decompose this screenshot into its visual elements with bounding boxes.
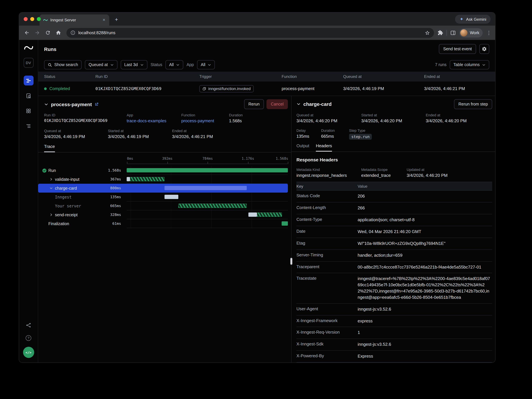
- app-dropdown[interactable]: All: [197, 60, 215, 69]
- header-row: User-Agent inngest-js:v3.52.6: [297, 304, 492, 315]
- reload-button[interactable]: [44, 28, 52, 37]
- trace-step-name: send-receipt: [55, 213, 98, 217]
- time-range-dropdown[interactable]: Last 3d: [120, 60, 147, 69]
- show-search-button[interactable]: Show search: [44, 60, 82, 69]
- status-dropdown[interactable]: All: [165, 60, 183, 69]
- run-detail-tabs: Trace: [38, 143, 291, 153]
- key-column-header: Key: [297, 184, 358, 189]
- runs-waterfall-icon: [26, 78, 31, 83]
- page-header: Runs Send test event: [38, 40, 495, 58]
- close-window-button[interactable]: [24, 17, 28, 21]
- tab-trace[interactable]: Trace: [44, 144, 55, 152]
- bookmark-star-icon[interactable]: [425, 30, 430, 35]
- trace-row-inngest[interactable]: Inngest135ms: [38, 193, 288, 202]
- back-icon: [24, 30, 30, 36]
- column-header[interactable]: Trigger: [199, 74, 282, 79]
- field-label: Queued at: [44, 129, 108, 133]
- table-columns-label: Table columns: [453, 62, 480, 67]
- chevron-right-icon[interactable]: [48, 177, 54, 182]
- url-text[interactable]: localhost:8288/runs: [78, 30, 422, 35]
- headers-table: Key Value Status Code 206: [297, 182, 492, 362]
- trace-row-validate-input[interactable]: validate-input367ms: [38, 175, 288, 184]
- collapse-chevron-icon[interactable]: [297, 102, 301, 106]
- status-filter-label: Status: [151, 62, 162, 67]
- trace-row-finalization[interactable]: Finalization61ms: [38, 219, 288, 228]
- forward-button[interactable]: [33, 28, 42, 37]
- site-info-icon[interactable]: [70, 30, 75, 35]
- column-header[interactable]: Status: [44, 74, 95, 79]
- trace-row-charge-card[interactable]: charge-card800ms: [38, 184, 288, 193]
- table-columns-dropdown[interactable]: Table columns: [450, 60, 489, 69]
- browser-menu-icon[interactable]: ⋮: [486, 30, 492, 36]
- dev-tools-button[interactable]: </>: [23, 347, 34, 358]
- help-icon[interactable]: ?: [26, 335, 31, 341]
- minimize-window-button[interactable]: [30, 17, 34, 21]
- collapse-chevron-icon[interactable]: [44, 102, 48, 106]
- reload-icon: [45, 30, 51, 36]
- header-value: express: [358, 318, 492, 324]
- side-panel-icon[interactable]: [450, 30, 456, 36]
- external-link-icon[interactable]: [95, 102, 99, 106]
- inngest-favicon-icon: [43, 18, 48, 22]
- field-value[interactable]: trace-docs-examples: [127, 118, 181, 123]
- sidebar-item-share[interactable]: [24, 320, 33, 330]
- new-tab-button[interactable]: +: [113, 16, 120, 23]
- sidebar-item-functions[interactable]: [24, 121, 33, 131]
- run-row[interactable]: Completed 01KJXD1TQCZ852GMEX0CQF3D69 inn…: [38, 81, 495, 96]
- address-bar[interactable]: localhost:8288/runs: [66, 28, 434, 38]
- toolbar-divider: [446, 30, 447, 36]
- close-tab-icon[interactable]: ×: [101, 18, 107, 23]
- workspace-avatar[interactable]: DV: [24, 58, 33, 68]
- trace-row-your-server[interactable]: Your server665ms: [38, 202, 288, 210]
- trace-step-duration: 328ms: [98, 213, 121, 217]
- tab[interactable]: Output: [297, 143, 309, 152]
- field: Queued at 3/4/2026, 4:46:20 PM: [297, 111, 361, 127]
- chevron-right-icon[interactable]: [48, 212, 54, 217]
- extensions-icon[interactable]: [437, 30, 443, 36]
- trace-bar-segment-delay: [127, 177, 130, 181]
- cancel-button[interactable]: Cancel: [266, 99, 288, 109]
- field: Started at 3/4/2026, 4:46:20 PM: [361, 111, 426, 127]
- rerun-button[interactable]: Rerun: [244, 99, 264, 109]
- field-value: 3/4/2026, 4:46:20 PM: [297, 118, 361, 123]
- zoom-window-button[interactable]: [37, 17, 41, 21]
- split-drag-handle[interactable]: [290, 258, 292, 265]
- app-sidebar: DV: [19, 40, 38, 362]
- profile-chip[interactable]: Work: [459, 28, 483, 37]
- trace-step-duration: 61ms: [98, 221, 121, 226]
- tab[interactable]: Headers: [316, 143, 332, 152]
- rerun-from-step-button[interactable]: Rerun from step: [454, 99, 492, 109]
- sidebar-item-runs[interactable]: [24, 76, 33, 86]
- header-key: Tracestate: [297, 276, 358, 301]
- sidebar-item-inspector[interactable]: [24, 91, 33, 101]
- queued-at-dropdown[interactable]: Queued at: [85, 60, 117, 69]
- back-button[interactable]: [22, 28, 31, 37]
- settings-button[interactable]: [479, 44, 489, 54]
- field-label: Metadata Kind: [297, 168, 361, 172]
- sidebar-item-apps[interactable]: [24, 106, 33, 116]
- field-value[interactable]: process-payment: [181, 118, 229, 123]
- profile-avatar: [460, 29, 468, 36]
- timeline-tick-mark: [127, 162, 127, 164]
- column-header[interactable]: Queued at: [343, 74, 424, 79]
- column-header[interactable]: Ended at: [424, 74, 495, 79]
- trace-row-run[interactable]: Run1.568s: [38, 166, 288, 175]
- ask-gemini-button[interactable]: Ask Gemini: [455, 15, 491, 24]
- home-button[interactable]: [54, 28, 63, 37]
- header-key: Content-Type: [297, 217, 358, 223]
- header-row: Etag W/"10a-W8k9rUOR+zZG9xQQp8hg7694N1E": [297, 238, 492, 250]
- send-test-event-button[interactable]: Send test event: [439, 44, 476, 54]
- trace-row-send-receipt[interactable]: send-receipt328ms: [38, 210, 288, 219]
- home-icon: [56, 30, 61, 36]
- column-header[interactable]: Run ID: [95, 74, 199, 79]
- show-search-label: Show search: [54, 62, 78, 67]
- column-header[interactable]: Function: [282, 74, 343, 79]
- field: Function process-payment: [181, 111, 229, 127]
- browser-tab[interactable]: Inngest Server ×: [39, 14, 109, 26]
- trigger-badge[interactable]: inngest/function.invoked: [199, 85, 254, 92]
- window-controls: [24, 17, 41, 21]
- run-id-cell: 01KJXD1TQCZ852GMEX0CQF3D69: [95, 86, 199, 91]
- inngest-logo-icon[interactable]: [24, 44, 33, 51]
- chevron-down-icon[interactable]: [48, 185, 54, 191]
- tab-title: Inngest Server: [50, 18, 99, 22]
